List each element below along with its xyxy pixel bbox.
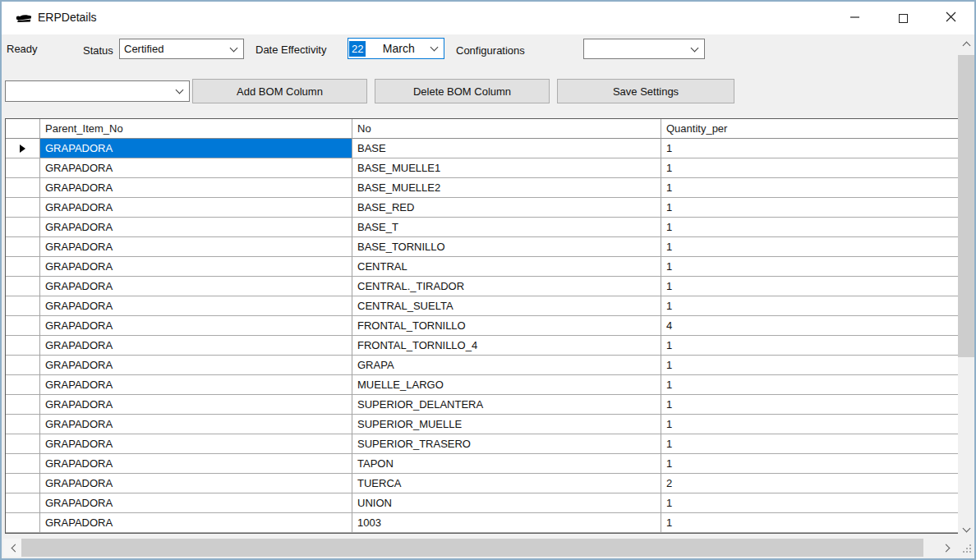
row-selector-cell[interactable]: [6, 474, 40, 493]
scroll-up-button[interactable]: [958, 35, 974, 53]
parent-item-no-cell[interactable]: GRAPADORA: [40, 493, 352, 513]
date-month-segment[interactable]: March: [366, 42, 431, 55]
quantity-per-cell[interactable]: 1: [661, 198, 959, 218]
parent-item-no-cell[interactable]: GRAPADORA: [40, 257, 352, 277]
table-row[interactable]: GRAPADORAMUELLE_LARGO1: [6, 375, 959, 395]
row-selector-cell[interactable]: [6, 237, 40, 257]
row-selector-cell[interactable]: [6, 198, 40, 218]
quantity-per-cell[interactable]: 1: [661, 277, 959, 296]
horizontal-scrollbar-thumb[interactable]: [21, 539, 923, 557]
vertical-scrollbar[interactable]: [958, 35, 974, 539]
item-no-cell[interactable]: SUPERIOR_TRASERO: [352, 434, 661, 454]
titlebar[interactable]: ERPDetails: [2, 2, 974, 34]
table-row[interactable]: GRAPADORABASE_TORNILLO1: [6, 237, 959, 257]
vertical-scrollbar-thumb[interactable]: [958, 55, 974, 357]
row-selector-cell[interactable]: [6, 296, 40, 316]
row-selector-cell[interactable]: [6, 139, 40, 158]
quantity-per-cell[interactable]: 1: [661, 139, 959, 158]
item-no-cell[interactable]: CENTRAL: [352, 257, 661, 277]
row-selector-cell[interactable]: [6, 375, 40, 395]
quantity-per-cell[interactable]: 1: [661, 395, 959, 415]
item-no-cell[interactable]: FRONTAL_TORNILLO: [352, 316, 661, 336]
row-selector-cell[interactable]: [6, 178, 40, 198]
parent-item-no-cell[interactable]: GRAPADORA: [40, 336, 352, 356]
item-no-cell[interactable]: 1003: [352, 513, 661, 533]
row-selector-cell[interactable]: [6, 158, 40, 178]
item-no-cell[interactable]: BASE: [352, 139, 661, 158]
status-combobox[interactable]: Certified: [119, 39, 244, 59]
quantity-per-cell[interactable]: 1: [661, 178, 959, 198]
item-no-cell[interactable]: TUERCA: [352, 474, 661, 493]
column-header-parent-item-no[interactable]: Parent_Item_No: [40, 119, 352, 139]
parent-item-no-cell[interactable]: GRAPADORA: [40, 356, 352, 375]
quantity-per-cell[interactable]: 1: [661, 237, 959, 257]
item-no-cell[interactable]: BASE_RED: [352, 198, 661, 218]
table-row[interactable]: GRAPADORABASE_MUELLE11: [6, 158, 959, 178]
parent-item-no-cell[interactable]: GRAPADORA: [40, 415, 352, 434]
row-selector-cell[interactable]: [6, 356, 40, 375]
table-row[interactable]: GRAPADORATUERCA2: [6, 474, 959, 493]
table-row[interactable]: GRAPADORACENTRAL1: [6, 257, 959, 277]
configurations-combobox[interactable]: [583, 39, 705, 59]
quantity-per-cell[interactable]: 1: [661, 158, 959, 178]
quantity-per-cell[interactable]: 1: [661, 513, 959, 533]
row-selector-cell[interactable]: [6, 336, 40, 356]
quantity-per-cell[interactable]: 1: [661, 375, 959, 395]
chevron-down-icon[interactable]: [430, 44, 439, 52]
parent-item-no-cell[interactable]: GRAPADORA: [40, 474, 352, 493]
table-row[interactable]: GRAPADORASUPERIOR_TRASERO1: [6, 434, 959, 454]
table-row[interactable]: GRAPADORACENTRAL._TIRADOR1: [6, 277, 959, 296]
column-header-quantity-per[interactable]: Quantity_per: [661, 119, 959, 139]
row-selector-header[interactable]: [6, 119, 40, 139]
parent-item-no-cell[interactable]: GRAPADORA: [40, 513, 352, 533]
table-row[interactable]: GRAPADORABASE_MUELLE21: [6, 178, 959, 198]
quantity-per-cell[interactable]: 1: [661, 336, 959, 356]
item-no-cell[interactable]: FRONTAL_TORNILLO_4: [352, 336, 661, 356]
parent-item-no-cell[interactable]: GRAPADORA: [40, 158, 352, 178]
item-no-cell[interactable]: TAPON: [352, 454, 661, 474]
scroll-down-button[interactable]: [958, 521, 974, 539]
parent-item-no-cell[interactable]: GRAPADORA: [40, 178, 352, 198]
parent-item-no-cell[interactable]: GRAPADORA: [40, 218, 352, 237]
table-row[interactable]: GRAPADORASUPERIOR_MUELLE1: [6, 415, 959, 434]
row-selector-cell[interactable]: [6, 513, 40, 533]
quantity-per-cell[interactable]: 1: [661, 356, 959, 375]
quantity-per-cell[interactable]: 1: [661, 493, 959, 513]
quantity-per-cell[interactable]: 1: [661, 415, 959, 434]
item-no-cell[interactable]: BASE_TORNILLO: [352, 237, 661, 257]
row-selector-cell[interactable]: [6, 434, 40, 454]
parent-item-no-cell[interactable]: GRAPADORA: [40, 198, 352, 218]
table-row[interactable]: GRAPADORAGRAPA1: [6, 356, 959, 375]
quantity-per-cell[interactable]: 1: [661, 257, 959, 277]
parent-item-no-cell[interactable]: GRAPADORA: [40, 375, 352, 395]
quantity-per-cell[interactable]: 1: [661, 296, 959, 316]
item-no-cell[interactable]: UNION: [352, 493, 661, 513]
resize-grip[interactable]: [958, 539, 974, 557]
maximize-button[interactable]: [879, 2, 927, 34]
item-no-cell[interactable]: MUELLE_LARGO: [352, 375, 661, 395]
row-selector-cell[interactable]: [6, 257, 40, 277]
parent-item-no-cell[interactable]: GRAPADORA: [40, 316, 352, 336]
save-settings-button[interactable]: Save Settings: [557, 79, 734, 103]
close-button[interactable]: [927, 2, 974, 34]
delete-bom-column-button[interactable]: Delete BOM Column: [375, 79, 550, 103]
table-row[interactable]: GRAPADORA10031: [6, 513, 959, 533]
quantity-per-cell[interactable]: 1: [661, 218, 959, 237]
table-row[interactable]: GRAPADORATAPON1: [6, 454, 959, 474]
table-row[interactable]: GRAPADORAUNION1: [6, 493, 959, 513]
row-selector-cell[interactable]: [6, 395, 40, 415]
date-effectivity-picker[interactable]: 22 March: [348, 38, 444, 59]
quantity-per-cell[interactable]: 2: [661, 474, 959, 493]
add-bom-column-button[interactable]: Add BOM Column: [192, 79, 367, 103]
parent-item-no-cell[interactable]: GRAPADORA: [40, 277, 352, 296]
parent-item-no-cell[interactable]: GRAPADORA: [40, 434, 352, 454]
table-row[interactable]: GRAPADORABASE1: [6, 139, 959, 158]
quantity-per-cell[interactable]: 4: [661, 316, 959, 336]
bom-column-combobox[interactable]: [5, 80, 190, 102]
parent-item-no-cell[interactable]: GRAPADORA: [40, 139, 352, 158]
row-selector-cell[interactable]: [6, 415, 40, 434]
item-no-cell[interactable]: GRAPA: [352, 356, 661, 375]
scroll-right-button[interactable]: [937, 539, 958, 557]
item-no-cell[interactable]: CENTRAL_SUELTA: [352, 296, 661, 316]
item-no-cell[interactable]: SUPERIOR_MUELLE: [352, 415, 661, 434]
